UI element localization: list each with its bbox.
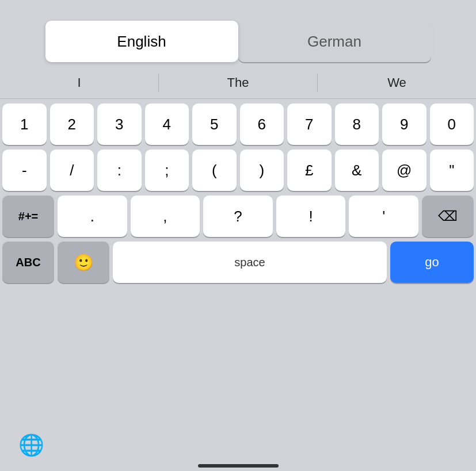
go-button[interactable]: go xyxy=(390,242,474,283)
key-ampersand[interactable]: & xyxy=(335,150,379,191)
globe-icon: 🌐 xyxy=(18,433,44,457)
key-pound[interactable]: £ xyxy=(287,150,332,191)
hashtag-button[interactable]: #+= xyxy=(2,196,54,237)
key-at[interactable]: @ xyxy=(382,150,427,191)
key-colon[interactable]: : xyxy=(97,150,142,191)
key-2[interactable]: 2 xyxy=(50,104,94,145)
home-indicator xyxy=(198,464,279,468)
german-tab[interactable]: German xyxy=(238,21,431,62)
key-dash[interactable]: - xyxy=(2,150,47,191)
key-quote[interactable]: " xyxy=(430,150,474,191)
abc-button[interactable]: ABC xyxy=(2,242,54,283)
key-5[interactable]: 5 xyxy=(192,104,237,145)
space-button[interactable]: space xyxy=(113,242,387,283)
key-4[interactable]: 4 xyxy=(145,104,189,145)
key-3[interactable]: 3 xyxy=(97,104,142,145)
backspace-button[interactable]: ⌫ xyxy=(422,196,474,237)
key-slash[interactable]: / xyxy=(50,150,94,191)
key-6[interactable]: 6 xyxy=(240,104,284,145)
english-tab[interactable]: English xyxy=(45,21,238,62)
key-exclamation[interactable]: ! xyxy=(276,196,346,237)
suggestion-I[interactable]: I xyxy=(0,75,158,90)
key-lparen[interactable]: ( xyxy=(192,150,237,191)
symbol-row: - / : ; ( ) £ & @ " xyxy=(2,150,474,191)
backspace-icon: ⌫ xyxy=(438,208,458,224)
key-8[interactable]: 8 xyxy=(335,104,379,145)
special-row: #+= . , ? ! ' ⌫ xyxy=(2,196,474,237)
number-row: 1 2 3 4 5 6 7 8 9 0 xyxy=(2,104,474,145)
globe-row: 🌐 xyxy=(0,426,476,462)
language-switcher: English German xyxy=(43,22,434,61)
key-apostrophe[interactable]: ' xyxy=(349,196,418,237)
key-7[interactable]: 7 xyxy=(287,104,332,145)
bottom-row: ABC 🙂 space go xyxy=(2,242,474,283)
key-0[interactable]: 0 xyxy=(430,104,474,145)
key-period[interactable]: . xyxy=(58,196,127,237)
suggestion-bar: I The We xyxy=(0,67,476,99)
suggestion-The[interactable]: The xyxy=(159,75,317,90)
key-question[interactable]: ? xyxy=(203,196,273,237)
keyboard: 1 2 3 4 5 6 7 8 9 0 - / : ; ( ) £ & @ " … xyxy=(0,99,476,426)
emoji-button[interactable]: 🙂 xyxy=(58,242,109,283)
key-1[interactable]: 1 xyxy=(2,104,47,145)
key-comma[interactable]: , xyxy=(131,196,200,237)
key-rparen[interactable]: ) xyxy=(240,150,284,191)
suggestion-We[interactable]: We xyxy=(318,75,476,90)
key-9[interactable]: 9 xyxy=(382,104,427,145)
globe-button[interactable]: 🌐 xyxy=(16,431,47,459)
key-semicolon[interactable]: ; xyxy=(145,150,189,191)
